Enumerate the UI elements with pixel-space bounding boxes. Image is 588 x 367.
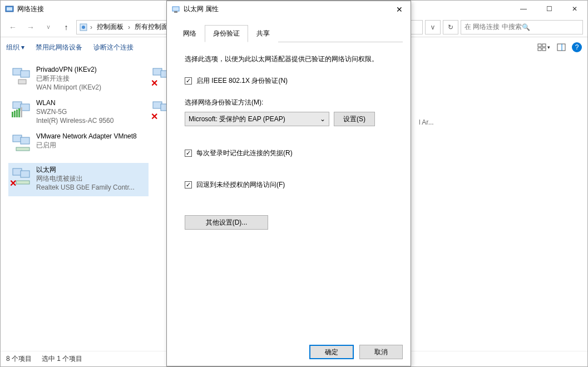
chevron-down-icon: ⌄ (320, 115, 325, 123)
history-dropdown[interactable]: v (41, 19, 56, 35)
adapter-icon (11, 98, 33, 121)
fallback-label: 回退到未经授权的网络访问(F) (196, 180, 285, 190)
adapter-item-ethernet[interactable]: ✕ 以太网 网络电缆被拔出 Realtek USB GbE Family Con… (8, 163, 149, 196)
dialog-footer: 确定 取消 (309, 345, 403, 359)
dialog-titlebar: 以太网 属性 ✕ (167, 1, 411, 18)
adapter-name: WLAN (36, 98, 146, 107)
adapter-device: WAN Miniport (IKEv2) (36, 83, 146, 92)
remember-label: 每次登录时记住此连接的凭据(R) (196, 148, 293, 158)
tab-strip: 网络 身份验证 共享 (175, 24, 403, 42)
adapter-item[interactable]: PrivadoVPN (IKEv2) 已断开连接 WAN Miniport (I… (8, 63, 149, 96)
adapter-name: PrivadoVPN (IKEv2) (36, 65, 146, 74)
svg-rect-28 (21, 171, 29, 177)
adapter-device: Intel(R) Wireless-AC 9560 (36, 116, 146, 125)
checkbox-icon[interactable]: ✓ (185, 150, 192, 157)
enable-8021x-row[interactable]: ✓ 启用 IEEE 802.1X 身份验证(N) (185, 76, 393, 86)
auth-tab-content: 选择此选项，以便为此以太网适配器提供已验证的网络访问权限。 ✓ 启用 IEEE … (175, 42, 403, 242)
search-input[interactable]: 在 网络连接 中搜索 🔍 (461, 20, 583, 34)
refresh-button[interactable]: ↻ (443, 20, 458, 34)
app-icon (5, 4, 14, 13)
dialog-body: 网络 身份验证 共享 选择此选项，以便为此以太网适配器提供已验证的网络访问权限。… (167, 18, 411, 329)
close-button[interactable]: ✕ (562, 1, 587, 17)
svg-rect-8 (557, 44, 565, 51)
svg-rect-31 (174, 11, 177, 13)
adapter-status: SWZN-5G (36, 107, 146, 116)
tab-sharing[interactable]: 共享 (248, 25, 278, 42)
enable-8021x-label: 启用 IEEE 802.1X 身份验证(N) (196, 76, 288, 86)
adapter-name: VMware Network Adapter VMnet8 (36, 132, 146, 141)
adapter-icon: ✕ (11, 165, 33, 187)
checkbox-icon[interactable]: ✓ (185, 77, 192, 85)
adapter-icon (11, 132, 33, 154)
adapter-device: Realtek USB GbE Family Contr... (36, 183, 146, 192)
breadcrumb-segment[interactable]: 控制面板 (95, 21, 126, 33)
help-button[interactable]: ? (572, 42, 582, 52)
up-button[interactable]: ↑ (58, 19, 74, 35)
svg-rect-19 (21, 107, 22, 117)
minimize-button[interactable]: — (511, 1, 536, 17)
svg-rect-15 (12, 112, 13, 117)
svg-rect-17 (16, 110, 18, 117)
tab-network[interactable]: 网络 (175, 25, 205, 42)
svg-rect-25 (21, 137, 29, 144)
adapter-item[interactable]: VMware Network Adapter VMnet8 已启用 (8, 130, 149, 163)
error-x-icon: ✕ (9, 178, 17, 189)
chevron-icon: › (90, 23, 92, 31)
svg-rect-30 (172, 7, 179, 11)
auth-intro-text: 选择此选项，以便为此以太网适配器提供已验证的网络访问权限。 (185, 54, 393, 64)
dialog-title: 以太网 属性 (184, 4, 219, 14)
remember-credentials-row[interactable]: ✓ 每次登录时记住此连接的凭据(R) (185, 148, 393, 158)
disable-device-button[interactable]: 禁用此网络设备 (36, 43, 82, 52)
auth-method-select[interactable]: Microsoft: 受保护的 EAP (PEAP) ⌄ (185, 112, 329, 126)
back-button[interactable]: ← (5, 19, 21, 35)
tab-authentication[interactable]: 身份验证 (205, 25, 248, 42)
svg-rect-26 (16, 147, 29, 151)
forward-button[interactable]: → (23, 19, 38, 35)
error-x-icon: ✕ (151, 78, 158, 88)
fallback-row[interactable]: ✓ 回退到未经授权的网络访问(F) (185, 180, 393, 190)
network-connections-window: 网络连接 — ☐ ✕ ← → v ↑ › 控制面板 › 所有控制面板 v ↻ 在… (0, 0, 588, 367)
svg-rect-11 (21, 71, 29, 77)
adapter-name: 以太网 (36, 165, 146, 174)
svg-rect-18 (18, 108, 20, 117)
selected-count: 选中 1 个项目 (42, 354, 82, 364)
control-panel-icon (79, 23, 88, 32)
other-settings-button[interactable]: 其他设置(D)... (185, 215, 268, 230)
diagnose-button[interactable]: 诊断这个连接 (93, 43, 134, 52)
adapter-device-fragment: l Ar... (419, 118, 434, 126)
ethernet-properties-dialog: 以太网 属性 ✕ 网络 身份验证 共享 选择此选项，以便为此以太网适配器提供已验… (166, 1, 411, 366)
addr-dropdown-button[interactable]: v (425, 20, 441, 34)
svg-rect-5 (542, 44, 546, 47)
view-options-button[interactable]: ▾ (536, 41, 551, 53)
svg-rect-1 (7, 7, 12, 11)
window-controls: — ☐ ✕ (511, 1, 587, 17)
chevron-icon: › (128, 23, 130, 31)
adapter-status: 网络电缆被拔出 (36, 174, 146, 183)
checkbox-icon[interactable]: ✓ (185, 181, 192, 189)
cancel-button[interactable]: 取消 (359, 345, 403, 359)
search-placeholder: 在 网络连接 中搜索 (465, 22, 522, 32)
svg-rect-16 (14, 111, 16, 117)
ok-button[interactable]: 确定 (309, 345, 354, 359)
svg-rect-4 (538, 44, 541, 47)
svg-rect-12 (18, 80, 26, 84)
ethernet-icon (171, 5, 180, 14)
organize-menu[interactable]: 组织 ▾ (6, 43, 24, 52)
error-x-icon: ✕ (151, 111, 158, 122)
method-label: 选择网络身份验证方法(M): (185, 98, 393, 107)
preview-pane-button[interactable] (554, 41, 569, 53)
settings-button[interactable]: 设置(S) (334, 112, 375, 126)
maximize-button[interactable]: ☐ (536, 1, 562, 17)
auth-method-value: Microsoft: 受保护的 EAP (PEAP) (189, 115, 285, 124)
dialog-close-button[interactable]: ✕ (388, 1, 411, 18)
svg-rect-7 (542, 48, 546, 51)
adapter-status: 已断开连接 (36, 74, 146, 83)
adapter-status: 已启用 (36, 141, 146, 150)
svg-rect-6 (538, 48, 541, 51)
svg-point-3 (82, 26, 85, 29)
adapter-item[interactable]: WLAN SWZN-5G Intel(R) Wireless-AC 9560 (8, 96, 149, 130)
item-count: 8 个项目 (6, 354, 32, 364)
window-title: 网络连接 (17, 4, 44, 14)
svg-rect-29 (16, 181, 29, 184)
adapter-icon (11, 65, 33, 87)
